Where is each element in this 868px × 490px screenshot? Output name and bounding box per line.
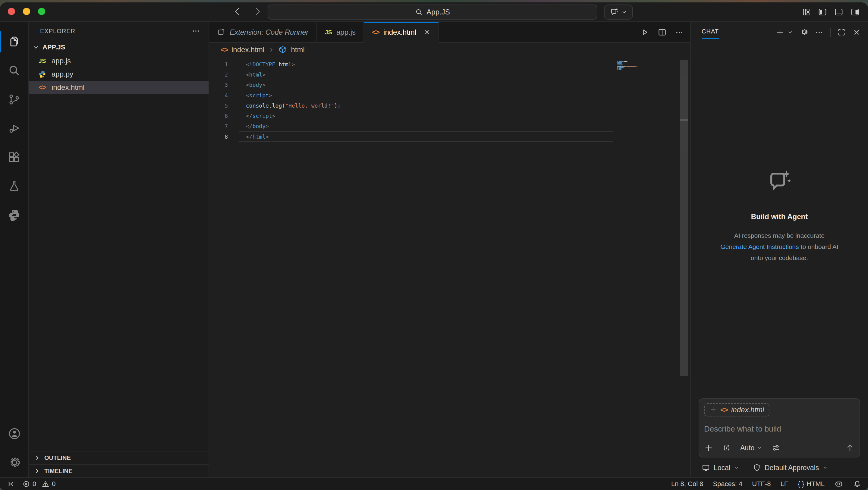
source-control-icon [7, 93, 21, 106]
zoom-window-button[interactable] [38, 8, 45, 15]
close-window-button[interactable] [8, 8, 15, 15]
braces-icon: { } [798, 480, 804, 488]
activity-python[interactable] [0, 201, 28, 229]
code-line[interactable]: 1<!DOCTYPE html> [209, 59, 615, 69]
navigate-forward-button[interactable] [253, 7, 262, 16]
code-line[interactable]: 4<script> [209, 90, 615, 100]
indentation[interactable]: Spaces: 4 [713, 480, 742, 488]
monitor-icon [702, 463, 710, 472]
copilot-menu-button[interactable] [604, 4, 633, 20]
status-bar: 0 0 Ln 8, Col 8 Spaces: 4 UTF-8 LF { } H… [0, 477, 868, 490]
chevron-right-icon [268, 47, 275, 53]
editor-scrollbar[interactable] [680, 60, 688, 376]
search-icon [7, 64, 21, 77]
context-chip[interactable]: <> index.html [704, 403, 770, 417]
breadcrumb: <> index.html html [209, 43, 690, 57]
generate-agent-instructions-link[interactable]: Generate Agent Instructions [720, 243, 799, 250]
chat-empty-state: Build with Agent AI responses may be ina… [691, 169, 868, 264]
breadcrumb-symbol[interactable]: html [291, 45, 304, 54]
chat-settings-button[interactable] [800, 28, 808, 36]
warning-icon [41, 480, 50, 488]
outline-section-header[interactable]: OUTLINE [29, 451, 209, 464]
accounts-button[interactable] [0, 422, 29, 446]
code-line[interactable]: 3<body> [209, 80, 615, 90]
file-row-index-html[interactable]: <> index.html [29, 81, 209, 94]
explorer-more-actions-button[interactable] [192, 27, 200, 35]
workspace-section-header[interactable]: APP.JS [29, 40, 209, 54]
approvals-label: Default Approvals [765, 464, 819, 472]
close-panel-button[interactable] [852, 28, 861, 36]
code-line[interactable]: 8</html> [209, 131, 615, 142]
navigate-back-button[interactable] [233, 7, 242, 16]
cursor-position[interactable]: Ln 8, Col 8 [671, 480, 703, 488]
close-tab-icon[interactable] [424, 29, 431, 36]
code-line[interactable]: 5console.log("Hello, world!"); [209, 100, 615, 111]
encoding[interactable]: UTF-8 [752, 480, 771, 488]
activity-run-debug[interactable] [0, 114, 28, 143]
code-line[interactable]: 7</body> [209, 121, 615, 131]
search-icon [415, 8, 423, 16]
beaker-icon [7, 180, 21, 193]
toggle-secondary-sidebar-button[interactable] [850, 7, 860, 17]
problems-indicator[interactable]: 0 0 [22, 480, 56, 488]
chat-header: CHAT [691, 22, 868, 43]
toggle-panel-button[interactable] [834, 7, 843, 17]
maximize-panel-button[interactable] [837, 28, 846, 36]
file-row-app-py[interactable]: app.py [29, 67, 209, 81]
activity-extensions[interactable] [0, 143, 28, 172]
breadcrumb-file[interactable]: index.html [231, 45, 264, 54]
copilot-chat-icon [610, 7, 619, 17]
mode-label: Auto [740, 444, 754, 452]
copilot-status-button[interactable] [834, 480, 843, 489]
tab-extension-code-runner[interactable]: Extension: Code Runner [209, 22, 317, 43]
code-editor[interactable]: 1<!DOCTYPE html>2<html>3<body>4<script>5… [209, 57, 690, 477]
minimize-window-button[interactable] [23, 8, 30, 15]
approvals-select[interactable]: Default Approvals [752, 463, 828, 472]
language-mode[interactable]: { } HTML [798, 480, 825, 488]
chevron-right-icon [33, 454, 41, 461]
send-button[interactable] [845, 443, 855, 453]
command-center-text: App.JS [427, 8, 450, 16]
chevron-down-icon [734, 465, 739, 470]
chevron-down-icon[interactable] [787, 29, 793, 35]
code-line[interactable]: 6</script> [209, 111, 615, 121]
activity-source-control[interactable] [0, 85, 28, 114]
remote-indicator-button[interactable] [7, 480, 15, 488]
run-code-button[interactable] [640, 28, 649, 37]
command-center-search[interactable]: App.JS [268, 4, 597, 20]
notifications-bell-button[interactable] [853, 480, 861, 488]
environment-select[interactable]: Local [702, 463, 739, 472]
title-bar: App.JS [0, 2, 868, 22]
activity-search[interactable] [0, 56, 28, 85]
eol-sequence[interactable]: LF [781, 480, 788, 488]
toggle-primary-sidebar-button[interactable] [818, 7, 827, 17]
activity-testing[interactable] [0, 172, 28, 201]
explorer-title: EXPLORER [40, 28, 75, 35]
chat-input-placeholder: Describe what to build [704, 424, 855, 434]
python-file-icon [37, 70, 47, 78]
tools-button[interactable] [771, 443, 780, 452]
editor-more-actions-button[interactable] [675, 28, 684, 36]
run-debug-icon [7, 122, 21, 135]
file-row-app-js[interactable]: JS app.js [29, 54, 209, 67]
tab-index-html[interactable]: <> index.html [364, 22, 439, 43]
chevron-down-icon [757, 445, 762, 451]
customize-layout-button[interactable] [802, 7, 811, 17]
attach-button[interactable] [704, 443, 713, 452]
activity-explorer[interactable] [0, 27, 28, 56]
chat-tab[interactable]: CHAT [702, 28, 719, 37]
tab-app-js[interactable]: JS app.js [317, 22, 364, 43]
new-chat-button[interactable] [776, 28, 784, 36]
chat-more-actions-button[interactable] [815, 28, 824, 36]
code-line[interactable]: 2<html> [209, 69, 615, 80]
add-context-icon [710, 406, 717, 414]
split-editor-button[interactable] [658, 28, 667, 37]
timeline-section-header[interactable]: TIMELINE [29, 464, 209, 477]
minimap[interactable] [617, 61, 638, 70]
mode-select[interactable]: Auto [740, 444, 762, 452]
js-file-icon: JS [325, 29, 332, 36]
file-name: app.py [52, 70, 73, 78]
chat-input[interactable]: <> index.html Describe what to build Aut… [699, 398, 860, 457]
settings-button[interactable] [0, 451, 29, 474]
code-context-button[interactable] [722, 443, 731, 452]
